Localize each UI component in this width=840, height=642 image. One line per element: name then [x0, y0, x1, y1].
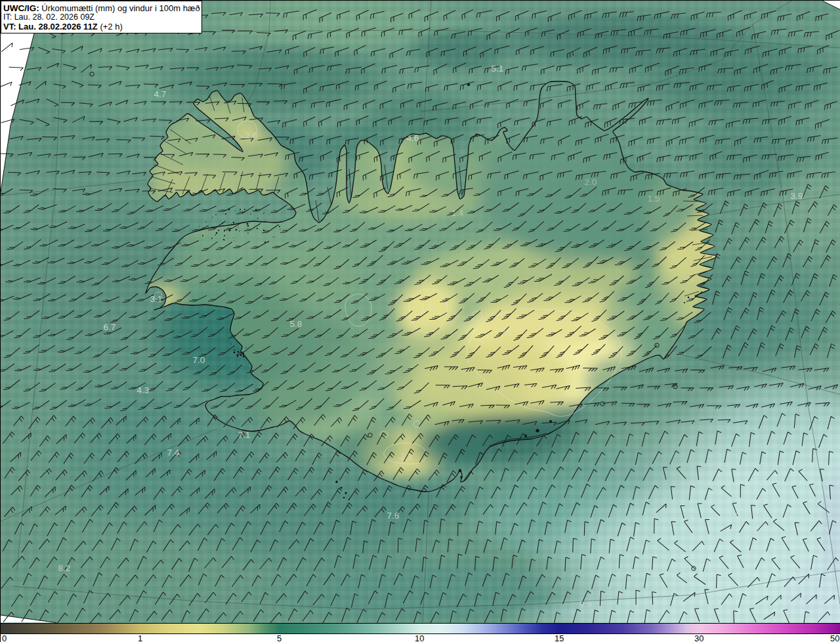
svg-text:5.8: 5.8 [290, 319, 303, 329]
svg-text:7.0: 7.0 [193, 355, 205, 365]
svg-text:1.0: 1.0 [421, 303, 434, 312]
svg-text:2.3: 2.3 [400, 452, 413, 461]
svg-text:9.9: 9.9 [579, 599, 592, 609]
svg-text:7.4: 7.4 [167, 448, 180, 458]
svg-text:7.6: 7.6 [387, 511, 400, 521]
svg-text:2.0: 2.0 [245, 131, 258, 140]
svg-text:0.8: 0.8 [501, 325, 513, 335]
svg-text:4.3: 4.3 [137, 385, 150, 395]
svg-text:4.6: 4.6 [407, 133, 419, 143]
svg-text:1.4: 1.4 [452, 208, 464, 218]
svg-text:5.1: 5.1 [492, 64, 504, 74]
svg-text:7.1: 7.1 [238, 430, 251, 440]
svg-text:4.7: 4.7 [154, 89, 167, 99]
svg-text:6.7: 6.7 [104, 322, 116, 332]
svg-text:10.5: 10.5 [734, 507, 751, 517]
svg-text:1.5: 1.5 [648, 194, 660, 203]
svg-text:2.0: 2.0 [585, 177, 597, 187]
svg-text:3.9: 3.9 [791, 191, 803, 201]
svg-text:8.2: 8.2 [58, 563, 71, 573]
svg-text:3.1: 3.1 [150, 294, 163, 304]
